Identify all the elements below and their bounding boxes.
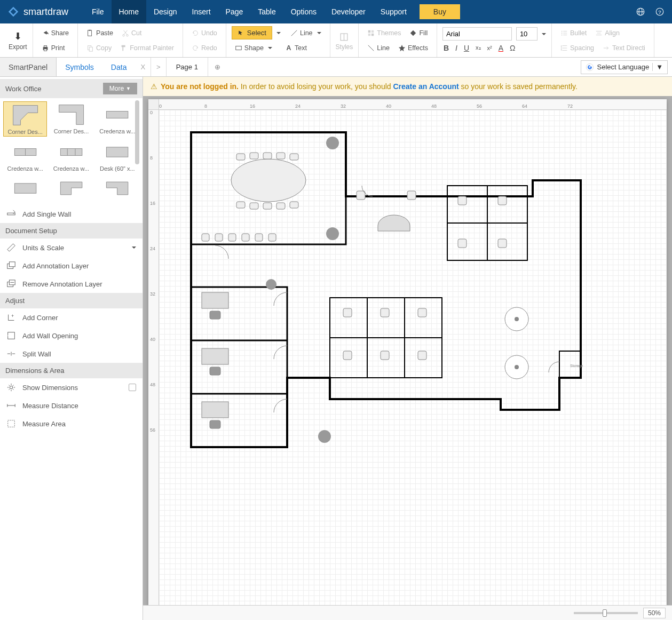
svg-text:+: + bbox=[11, 313, 14, 319]
svg-point-87 bbox=[266, 279, 276, 290]
symbol-extra-3[interactable] bbox=[96, 175, 139, 202]
tab-smartpanel[interactable]: SmartPanel bbox=[0, 58, 57, 76]
show-dim-checkbox[interactable] bbox=[129, 384, 136, 391]
more-button[interactable]: More ▼ bbox=[103, 83, 137, 94]
svg-point-88 bbox=[318, 430, 331, 443]
add-single-wall[interactable]: Add Single Wall bbox=[0, 205, 143, 223]
share-button[interactable]: Share bbox=[38, 28, 72, 38]
remove-annotation[interactable]: Remove Annotation Layer bbox=[0, 275, 143, 293]
font-color-button[interactable]: A bbox=[499, 44, 503, 52]
fill-button[interactable]: Fill bbox=[406, 28, 431, 38]
line-style-button[interactable]: Line bbox=[364, 43, 393, 53]
text-direction-button[interactable]: Text Directi bbox=[599, 43, 649, 53]
floorplan-drawing[interactable]: Storage bbox=[186, 127, 602, 458]
zoom-slider[interactable] bbox=[574, 612, 638, 614]
units-scale[interactable]: Units & Scale bbox=[0, 239, 143, 257]
menu-insert[interactable]: Insert bbox=[185, 0, 218, 23]
menu-home[interactable]: Home bbox=[112, 0, 146, 23]
undo-button[interactable]: Undo bbox=[188, 28, 220, 38]
menu-support[interactable]: Support bbox=[373, 0, 414, 23]
export-button[interactable]: ⬇ Export bbox=[9, 30, 27, 51]
tab-data[interactable]: Data bbox=[102, 58, 136, 76]
svg-point-86 bbox=[326, 227, 339, 240]
spacing-button[interactable]: Spacing bbox=[557, 43, 597, 53]
symbol-extra-1[interactable] bbox=[3, 175, 47, 202]
symbol-corner-desk-2[interactable]: Corner Des... bbox=[49, 101, 93, 137]
font-select[interactable] bbox=[442, 27, 512, 41]
bullet-button[interactable]: Bullet bbox=[557, 28, 590, 38]
add-wall-opening[interactable]: Add Wall Opening bbox=[0, 327, 143, 345]
menu-options[interactable]: Options bbox=[283, 0, 324, 23]
zoom-value[interactable]: 50% bbox=[643, 608, 666, 618]
line-tool[interactable]: Line bbox=[287, 28, 325, 38]
symbol-credenza-3[interactable]: Credenza w... bbox=[49, 139, 93, 173]
page-prev[interactable]: > bbox=[151, 58, 166, 76]
menu-page[interactable]: Page bbox=[218, 0, 251, 23]
shape-icon bbox=[235, 44, 242, 52]
brush-icon bbox=[120, 44, 128, 52]
align-button[interactable]: Align bbox=[592, 28, 623, 38]
add-corner[interactable]: +Add Corner bbox=[0, 308, 143, 327]
warning-icon: ⚠ bbox=[151, 82, 157, 91]
symbol-credenza-1[interactable]: Credenza w... bbox=[96, 101, 139, 137]
tab-close[interactable]: X bbox=[135, 63, 151, 71]
paste-icon bbox=[86, 29, 94, 37]
line-icon bbox=[290, 29, 298, 37]
buy-button[interactable]: Buy bbox=[420, 4, 460, 19]
opening-icon bbox=[6, 331, 16, 340]
create-account-link[interactable]: Create an Account bbox=[393, 82, 458, 91]
globe-icon[interactable] bbox=[636, 7, 645, 17]
measure-area[interactable]: Measure Area bbox=[0, 415, 143, 433]
superscript-button[interactable]: x² bbox=[487, 45, 492, 51]
add-page-button[interactable]: ⊕ bbox=[208, 58, 227, 76]
print-button[interactable]: Print bbox=[38, 43, 68, 53]
underline-button[interactable]: U bbox=[464, 44, 469, 52]
cut-button[interactable]: Cut bbox=[118, 28, 145, 38]
themes-button[interactable]: Themes bbox=[364, 28, 404, 38]
effects-button[interactable]: Effects bbox=[395, 43, 431, 53]
paste-button[interactable]: Paste bbox=[83, 28, 116, 38]
svg-rect-105 bbox=[343, 308, 352, 317]
symbol-credenza-2[interactable]: Credenza w... bbox=[3, 139, 47, 173]
subscript-button[interactable]: x₂ bbox=[476, 44, 481, 51]
canvas[interactable]: 081624324048566472 08162432404856 bbox=[148, 99, 667, 615]
split-wall[interactable]: Split Wall bbox=[0, 345, 143, 363]
svg-rect-72 bbox=[276, 153, 285, 159]
menu-table[interactable]: Table bbox=[250, 0, 283, 23]
font-size-dropdown[interactable] bbox=[542, 33, 546, 35]
measure-distance[interactable]: Measure Distance bbox=[0, 396, 143, 415]
select-tool[interactable]: Select bbox=[232, 26, 272, 39]
text-tool[interactable]: AText bbox=[282, 43, 310, 53]
copy-button[interactable]: Copy bbox=[83, 43, 115, 53]
menu-file[interactable]: File bbox=[84, 0, 112, 23]
undo-icon bbox=[192, 29, 199, 37]
language-select[interactable]: Select Language ▼ bbox=[581, 60, 668, 74]
ruler-icon bbox=[6, 243, 16, 252]
shape-tool[interactable]: Shape bbox=[232, 43, 275, 53]
help-icon[interactable]: ? bbox=[655, 7, 665, 17]
symbol-extra-2[interactable] bbox=[49, 175, 93, 202]
symbol-button[interactable]: Ω bbox=[510, 44, 515, 52]
add-annotation[interactable]: Add Annotation Layer bbox=[0, 257, 143, 275]
font-size-select[interactable] bbox=[516, 27, 537, 41]
bold-button[interactable]: B bbox=[444, 44, 449, 52]
app-logo[interactable]: smartdraw bbox=[7, 6, 68, 18]
styles-button[interactable]: ◫ Styles bbox=[336, 30, 353, 51]
canvas-area[interactable]: ⚠ You are not logged in. In order to avo… bbox=[143, 77, 672, 620]
italic-button[interactable]: I bbox=[455, 44, 457, 52]
format-painter-button[interactable]: Format Painter bbox=[117, 43, 177, 53]
svg-point-85 bbox=[326, 137, 339, 149]
zoom-thumb[interactable] bbox=[603, 609, 607, 617]
show-dimensions[interactable]: Show Dimensions bbox=[0, 378, 143, 396]
symbol-scrollbar[interactable] bbox=[135, 100, 139, 164]
redo-button[interactable]: Redo bbox=[188, 43, 220, 53]
page-tab[interactable]: Page 1 bbox=[166, 58, 208, 76]
menu-design[interactable]: Design bbox=[146, 0, 185, 23]
tab-symbols[interactable]: Symbols bbox=[57, 58, 102, 76]
select-dropdown[interactable] bbox=[276, 32, 281, 34]
menu-developer[interactable]: Developer bbox=[324, 0, 373, 23]
symbol-corner-desk-1[interactable]: Corner Des... bbox=[3, 101, 47, 137]
drawing-grid[interactable]: Storage bbox=[159, 110, 667, 615]
svg-rect-77 bbox=[276, 203, 285, 209]
symbol-desk-60[interactable]: Desk (60" x... bbox=[96, 139, 139, 173]
